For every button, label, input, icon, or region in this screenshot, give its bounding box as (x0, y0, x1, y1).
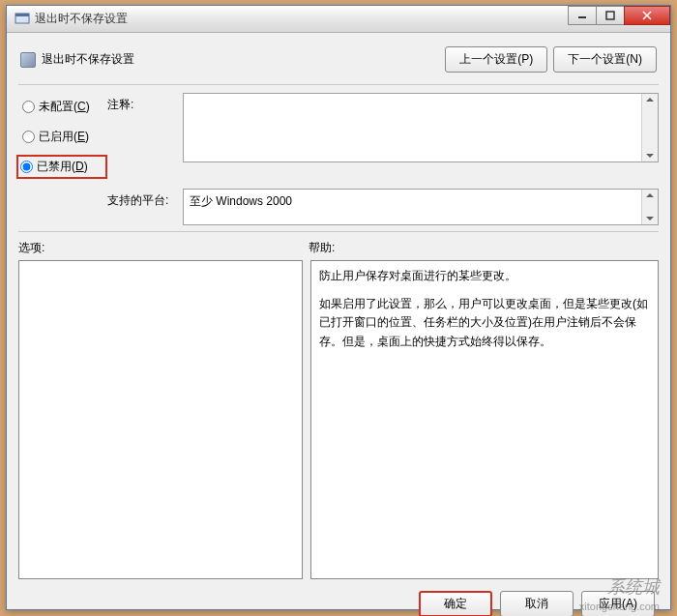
help-paragraph: 防止用户保存对桌面进行的某些更改。 (319, 267, 650, 285)
help-paragraph: 如果启用了此设置，那么，用户可以更改桌面，但是某些更改(如已打开窗口的位置、任务… (319, 295, 650, 351)
previous-setting-button[interactable]: 上一个设置(P) (445, 46, 547, 73)
platform-field: 至少 Windows 2000 (183, 189, 659, 225)
radio-not-configured-input[interactable] (22, 101, 35, 113)
header-row: 退出时不保存设置 上一个设置(P) 下一个设置(N) (18, 43, 659, 84)
policy-icon (20, 52, 36, 68)
divider (18, 231, 659, 232)
cancel-button[interactable]: 取消 (500, 591, 574, 616)
radio-enabled[interactable]: 已启用(E) (18, 125, 107, 149)
svg-rect-3 (606, 12, 614, 19)
svg-rect-1 (15, 14, 29, 16)
close-button[interactable] (624, 6, 670, 25)
radio-disabled-label: 已禁用(D) (37, 159, 88, 175)
options-panel[interactable] (18, 260, 303, 579)
window-controls (569, 6, 670, 25)
lower-labels: 选项: 帮助: (18, 240, 659, 256)
radio-group: 未配置(C) 已启用(E) 已禁用(D) (18, 93, 107, 185)
radio-disabled-input[interactable] (20, 161, 33, 173)
window-title: 退出时不保存设置 (35, 11, 128, 27)
config-row-comment: 未配置(C) 已启用(E) 已禁用(D) 注释: (18, 93, 659, 185)
maximize-button[interactable] (596, 6, 625, 25)
platform-label: 支持的平台: (107, 189, 183, 209)
comment-textarea[interactable] (183, 93, 659, 162)
scrollbar[interactable] (641, 94, 658, 161)
options-label: 选项: (18, 240, 309, 256)
help-text: 防止用户保存对桌面进行的某些更改。 如果启用了此设置，那么，用户可以更改桌面，但… (319, 267, 650, 351)
minimize-button[interactable] (568, 6, 597, 25)
platform-value: 至少 Windows 2000 (190, 194, 292, 208)
footer-buttons: 确定 取消 应用(A) (18, 579, 659, 616)
app-icon (15, 12, 30, 27)
titlebar: 退出时不保存设置 (7, 6, 670, 33)
config-row-platform: 支持的平台: 至少 Windows 2000 (18, 189, 659, 225)
apply-button[interactable]: 应用(A) (581, 591, 655, 616)
ok-button[interactable]: 确定 (419, 591, 492, 616)
radio-enabled-label: 已启用(E) (39, 129, 89, 145)
comment-label: 注释: (107, 93, 183, 113)
policy-title: 退出时不保存设置 (42, 51, 134, 68)
radio-not-configured-label: 未配置(C) (39, 99, 90, 115)
radio-not-configured[interactable]: 未配置(C) (18, 95, 107, 119)
radio-disabled[interactable]: 已禁用(D) (16, 155, 107, 179)
dialog-content: 退出时不保存设置 上一个设置(P) 下一个设置(N) 未配置(C) 已启用(E) (7, 33, 670, 616)
scrollbar[interactable] (641, 190, 658, 224)
help-panel[interactable]: 防止用户保存对桌面进行的某些更改。 如果启用了此设置，那么，用户可以更改桌面，但… (310, 260, 659, 579)
radio-enabled-input[interactable] (22, 131, 35, 143)
panels-row: 防止用户保存对桌面进行的某些更改。 如果启用了此设置，那么，用户可以更改桌面，但… (18, 260, 659, 579)
divider (18, 84, 659, 85)
help-label: 帮助: (309, 240, 659, 256)
next-setting-button[interactable]: 下一个设置(N) (553, 46, 657, 73)
dialog-window: 退出时不保存设置 退出时不保存设置 上一个设置(P) 下一个设置(N) (6, 5, 671, 610)
